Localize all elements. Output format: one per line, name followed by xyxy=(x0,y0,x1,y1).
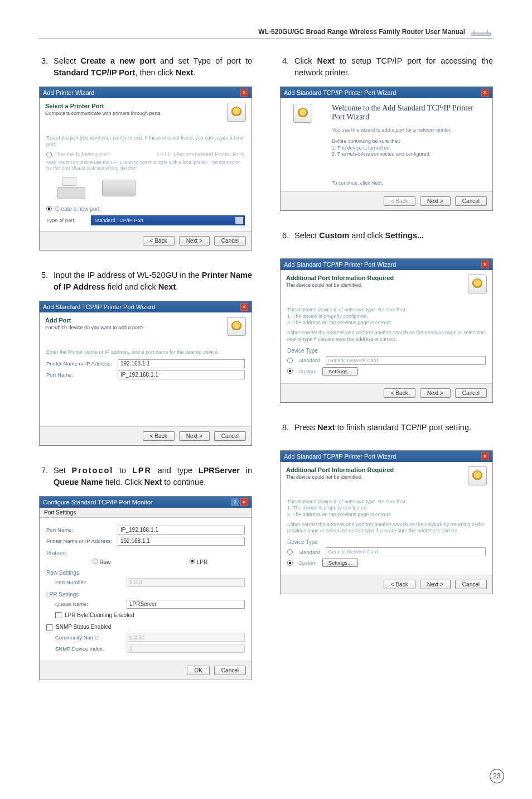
dlg8-subheading: The device could not be identified. xyxy=(286,474,462,480)
cancel-button[interactable]: Cancel xyxy=(455,580,487,589)
close-icon[interactable]: ✕ xyxy=(481,453,489,460)
radio-custom[interactable] xyxy=(287,560,293,566)
dlg8-heading: Additional Port Information Required xyxy=(286,466,462,473)
back-button[interactable]: < Back xyxy=(143,236,175,246)
step-6-text: Select Custom and click Settings... xyxy=(294,230,493,242)
dlg7-idx-label: SNMP Device Index: xyxy=(55,646,122,652)
close-icon[interactable]: ✕ xyxy=(240,303,248,311)
dlg5-subheading: For which device do you want to add a po… xyxy=(45,325,221,330)
cancel-button[interactable]: Cancel xyxy=(214,431,246,441)
dlg3-title: Add Printer Wizard xyxy=(43,89,94,96)
dlg8-para1: The detected device is of unknown type. … xyxy=(287,499,486,518)
cancel-button[interactable]: Cancel xyxy=(214,666,246,675)
dlg7-addr-label: Printer Name or IP Address: xyxy=(46,538,113,544)
back-button[interactable]: < Back xyxy=(384,580,415,589)
step-5-number: 5. xyxy=(39,269,54,293)
dlg6-devtype-heading: Device Type xyxy=(287,348,486,354)
checkbox-snmp[interactable] xyxy=(46,624,52,630)
radio-raw[interactable] xyxy=(93,559,98,564)
dlg3-blurb: Note: Most computers use the LPT1: port … xyxy=(46,160,245,171)
dlg4-bottom: To continue, click Next. xyxy=(332,180,486,186)
dlg4-bullet2: 2. The network is connected and configur… xyxy=(332,151,486,158)
dlg6-custom-label: Custom xyxy=(298,368,317,374)
dlg6-subheading: The device could not be identified. xyxy=(286,282,462,288)
printer-icon xyxy=(293,104,312,123)
radio-standard[interactable] xyxy=(287,358,293,363)
dlg7-comm-input: public xyxy=(127,633,245,642)
close-icon[interactable]: ✕ xyxy=(240,498,248,506)
dlg7-tab[interactable]: Port Settings xyxy=(40,508,252,518)
close-icon[interactable]: ✕ xyxy=(481,261,489,268)
step-6: 6. Select Custom and click Settings... xyxy=(280,230,493,242)
dlg8-devtype-heading: Device Type xyxy=(287,539,486,545)
screenshot-step3: Add Printer Wizard ✕ Select a Printer Po… xyxy=(39,86,252,251)
dlg6-standard-label: Standard xyxy=(298,357,320,363)
cancel-button[interactable]: Cancel xyxy=(214,236,246,246)
dlg7-lprcount-label: LPR Byte Counting Enabled xyxy=(65,612,134,618)
dlg6-para2: Either correct the address and perform a… xyxy=(287,330,486,343)
next-button[interactable]: Next > xyxy=(179,431,210,441)
dlg7-addr-input[interactable]: 192.168.1.1 xyxy=(118,537,245,546)
next-button[interactable]: Next > xyxy=(179,236,210,246)
cancel-button[interactable]: Cancel xyxy=(455,388,487,398)
dlg4-sub: You use this wizard to add a port for a … xyxy=(332,127,486,133)
printer-icon xyxy=(468,275,487,293)
screenshot-step5: Add Standard TCP/IP Printer Port Wizard … xyxy=(39,301,252,446)
dlg4-bullet1: 1. The device is turned on. xyxy=(332,145,486,152)
router-icon xyxy=(471,28,493,35)
dlg7-lpr-heading: LPR Settings xyxy=(46,591,245,598)
step-8-number: 8. xyxy=(280,422,294,434)
dlg3-use-port-label: Use the following port: xyxy=(55,151,110,157)
radio-create-port[interactable] xyxy=(46,206,52,211)
dlg7-idx-input: 1 xyxy=(127,644,245,653)
step-4-number: 4. xyxy=(280,55,294,79)
step-3: 3. Select Create a new port and set Type… xyxy=(39,55,252,79)
settings-button[interactable]: Settings... xyxy=(322,559,358,567)
step-8: 8. Press Next to finish standard TCP/IP … xyxy=(280,422,493,434)
radio-standard[interactable] xyxy=(287,549,293,555)
close-icon[interactable]: ✕ xyxy=(240,89,248,97)
dlg7-portname-input[interactable]: IP_192.168.1.1 xyxy=(118,526,245,535)
dlg3-heading: Select a Printer Port xyxy=(45,103,221,109)
close-icon[interactable]: ✕ xyxy=(481,89,489,97)
dlg8-para2: Either correct the address and perform a… xyxy=(287,522,486,535)
dlg3-type-label: Type of port: xyxy=(46,217,86,223)
dlg4-title: Add Standard TCP/IP Printer Port Wizard xyxy=(284,89,396,96)
dlg3-use-port-value: LPT1: (Recommended Printer Port) xyxy=(157,151,245,157)
next-button[interactable]: Next > xyxy=(420,388,451,398)
step-5: 5. Input the IP address of WL-520GU in t… xyxy=(39,269,252,293)
radio-custom[interactable] xyxy=(287,368,293,374)
dlg6-heading: Additional Port Information Required xyxy=(286,275,462,281)
cancel-button[interactable]: Cancel xyxy=(455,196,487,206)
dlg5-portname-label: Port Name: xyxy=(46,372,113,378)
svg-rect-0 xyxy=(471,33,491,36)
dlg6-standard-select: Generic Network Card xyxy=(326,356,486,365)
next-button[interactable]: Next > xyxy=(420,580,451,589)
dlg7-queue-input[interactable]: LPRServer xyxy=(127,600,245,609)
help-icon[interactable]: ? xyxy=(231,498,239,506)
dlg3-create-port-label: Create a new port: xyxy=(55,206,101,212)
dlg3-type-select[interactable]: Standard TCP/IP Port xyxy=(91,215,245,225)
settings-button[interactable]: Settings... xyxy=(322,367,358,376)
back-button[interactable]: < Back xyxy=(384,388,415,398)
step-5-text: Input the IP address of WL-520GU in the … xyxy=(54,269,252,293)
back-button: < Back xyxy=(384,196,415,206)
next-button[interactable]: Next > xyxy=(420,196,451,206)
ok-button[interactable]: OK xyxy=(187,666,209,675)
dlg7-rawport-label: Port Number: xyxy=(55,579,122,585)
dlg4-bullets-intro: Before continuing be sure that: xyxy=(332,138,486,145)
radio-lpr[interactable] xyxy=(190,559,195,564)
checkbox-lpr-byte[interactable] xyxy=(55,612,61,618)
step-6-number: 6. xyxy=(280,230,294,242)
dlg7-raw-label: Raw xyxy=(100,559,111,565)
screenshot-step7: Configure Standard TCP/IP Port Monitor ?… xyxy=(39,496,252,681)
dlg5-title: Add Standard TCP/IP Printer Port Wizard xyxy=(43,304,155,310)
dlg5-ip-input[interactable]: 192.168.1.1 xyxy=(118,359,245,368)
step-3-text: Select Create a new port and set Type of… xyxy=(54,55,252,79)
dlg5-portname-input[interactable]: IP_192.168.1.1 xyxy=(118,370,245,379)
step-7-number: 7. xyxy=(39,465,54,488)
dlg3-subheading: Computers communicate with printers thro… xyxy=(45,110,221,116)
radio-use-port[interactable] xyxy=(46,152,52,157)
back-button[interactable]: < Back xyxy=(143,431,175,441)
dlg8-custom-label: Custom xyxy=(298,560,317,566)
